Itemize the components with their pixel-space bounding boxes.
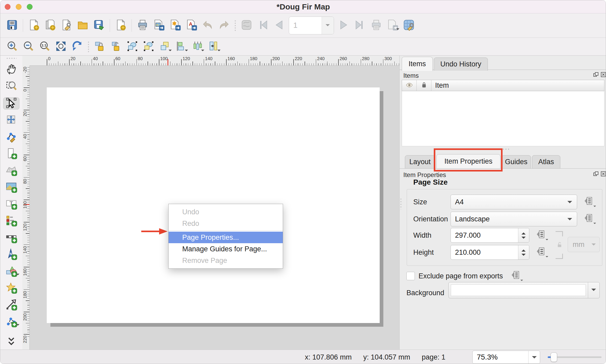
page-template-button[interactable] [114, 19, 128, 32]
tab-atlas[interactable]: Atlas [532, 155, 560, 168]
zoom-actual-size-button[interactable]: 1:1 [38, 40, 51, 54]
visibility-column-header[interactable] [402, 80, 417, 91]
width-spinbox[interactable]: 297.000 [451, 228, 529, 243]
zoom-tool[interactable] [3, 81, 19, 93]
save-as-template-button[interactable] [92, 19, 106, 32]
zoom-level-combo[interactable]: 75.3% [472, 351, 540, 364]
add-arrow-tool[interactable] [3, 299, 19, 311]
add-legend-tool[interactable] [3, 215, 19, 227]
export-as-svg-button[interactable] [168, 19, 182, 32]
vertical-ruler: -20020406080100120140160180200220 [22, 66, 30, 350]
height-spin-arrows[interactable] [518, 245, 529, 259]
menu-item-manage-guides[interactable]: Manage Guides for Page... [169, 243, 283, 255]
raise-items-button[interactable] [158, 40, 172, 54]
add-scalebar-tool[interactable] [3, 232, 19, 244]
pan-layout-tool[interactable] [3, 64, 19, 76]
duplicate-layout-button[interactable] [43, 19, 57, 32]
lock-selected-items-button[interactable] [93, 40, 107, 54]
close-panel-icon[interactable] [600, 71, 606, 78]
distribute-items-button[interactable] [191, 40, 204, 54]
close-panel-icon[interactable] [600, 171, 606, 177]
zoom-out-button[interactable] [22, 40, 35, 54]
toolbox-drag-handle[interactable] [6, 57, 17, 59]
export-as-pdf-button[interactable]: A [185, 19, 198, 32]
group-items-button[interactable] [126, 40, 139, 54]
annotation-highlight-box [434, 148, 503, 171]
add-shape-tool[interactable] [3, 266, 19, 278]
height-data-override-button[interactable] [535, 246, 549, 259]
width-data-override-button[interactable] [535, 228, 549, 242]
tab-undo-history[interactable]: Undo History [434, 58, 488, 71]
zoom-in-button[interactable] [5, 40, 19, 54]
dropdown-caret-icon [169, 50, 172, 53]
lock-column-header[interactable] [417, 80, 431, 91]
export-as-image-button[interactable] [152, 19, 166, 32]
lock-icon [420, 81, 428, 90]
panel-resize-handle[interactable] [400, 198, 402, 209]
zoom-full-extent-button[interactable] [54, 40, 68, 54]
toolbox-overflow-button[interactable] [5, 338, 17, 347]
add-north-arrow-tool[interactable]: N [3, 249, 19, 261]
float-panel-icon[interactable] [593, 71, 599, 78]
atlas-settings-button[interactable] [402, 19, 416, 32]
refresh-view-button[interactable] [70, 40, 84, 54]
add-map-tool[interactable] [3, 165, 19, 177]
align-items-button[interactable] [174, 40, 188, 54]
select-move-item-tool[interactable] [3, 97, 19, 110]
zoom-slider-handle[interactable] [551, 352, 557, 362]
dropdown-caret-icon [217, 50, 221, 53]
hruler-label: 40 [93, 56, 98, 61]
unlock-all-items-button[interactable] [109, 40, 123, 54]
tab-guides[interactable]: Guides [501, 155, 531, 168]
edit-nodes-item-tool[interactable] [3, 131, 19, 143]
orientation-data-override-button[interactable] [583, 212, 597, 226]
add-items-from-template-button[interactable] [76, 19, 90, 32]
layout-manager-button[interactable] [60, 19, 73, 32]
tab-layout[interactable]: Layout [405, 155, 435, 168]
horizontal-ruler-cursor-marker [168, 59, 168, 65]
addArrow-icon [5, 299, 17, 312]
page-size-select[interactable]: A4 [451, 195, 577, 209]
hruler-label: 140 [205, 56, 212, 61]
print-layout-button[interactable] [136, 19, 149, 32]
size-data-override-button[interactable] [583, 195, 597, 209]
resize-items-button[interactable] [207, 40, 221, 54]
add-node-item-tool[interactable] [3, 316, 19, 328]
title-bar: *Doug Fir Map [0, 0, 606, 13]
item-column-header[interactable]: Item [431, 80, 604, 91]
addPage-icon [5, 147, 17, 160]
hruler-label: 120 [182, 56, 190, 61]
layout-canvas[interactable]: Undo Redo Page Properties... Manage Guid… [30, 66, 399, 350]
atlasPrev-icon [241, 19, 253, 32]
atlas-page-combo-dropdown[interactable] [322, 17, 334, 34]
background-color-dropdown[interactable] [588, 282, 599, 298]
orientation-select[interactable]: Landscape [451, 212, 577, 226]
items-list[interactable] [402, 91, 604, 146]
tab-items[interactable]: Items [402, 57, 433, 71]
save-project-button[interactable] [5, 19, 19, 32]
ungroup-items-button[interactable] [142, 40, 155, 54]
zoom-combo-dropdown[interactable] [528, 351, 540, 363]
height-spinbox[interactable]: 210.000 [451, 245, 529, 260]
background-color-button[interactable] [448, 282, 600, 298]
chevron-double-down-icon [5, 336, 17, 349]
toolbar-drag-handle[interactable] [234, 20, 236, 31]
add-label-tool[interactable]: T [3, 198, 19, 210]
new-layout-button[interactable] [27, 19, 41, 32]
vruler-label: -20 [23, 67, 28, 73]
move-item-content-tool[interactable] [3, 114, 19, 126]
menu-item-remove-page: Remove Page [169, 255, 283, 266]
add-picture-tool[interactable] [3, 181, 19, 194]
width-spin-arrows[interactable] [518, 228, 529, 242]
atlas-page-combo[interactable]: 1 [289, 17, 334, 34]
exclude-data-override-button[interactable] [510, 269, 524, 283]
height-label: Height [413, 248, 434, 257]
add-page-tool[interactable] [3, 148, 19, 160]
add-marker-tool[interactable] [3, 282, 19, 294]
saveAs-icon [93, 19, 105, 32]
exclude-page-checkbox[interactable] [406, 272, 415, 280]
toolbar-drag-handle[interactable] [87, 41, 90, 53]
float-panel-icon[interactable] [593, 171, 599, 177]
addMap-icon [5, 164, 17, 177]
menu-item-page-properties[interactable]: Page Properties... [169, 232, 283, 243]
